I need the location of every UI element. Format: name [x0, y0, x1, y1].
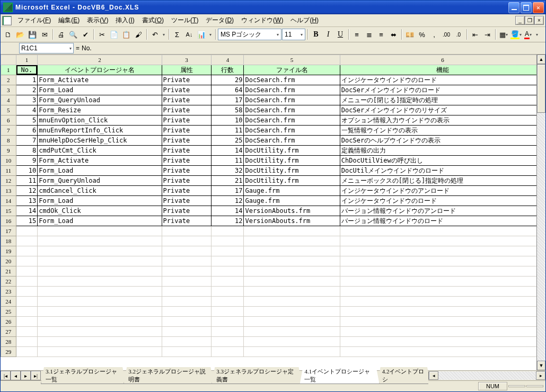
- table-row[interactable]: 1312cmdCancel_ClickPrivate17Gauge.frmインジ…: [1, 186, 545, 196]
- cell[interactable]: [244, 246, 340, 256]
- cell[interactable]: 4: [16, 105, 38, 115]
- align-left-button[interactable]: ≡: [351, 29, 363, 40]
- cell[interactable]: [212, 287, 244, 297]
- row-header[interactable]: 3: [1, 85, 16, 95]
- cell[interactable]: [340, 287, 545, 297]
- table-row[interactable]: 1615Form_LoadPrivate12VersionAbouts.frmバ…: [1, 216, 545, 226]
- decrease-indent-button[interactable]: ⇤: [469, 29, 481, 40]
- cell[interactable]: Form_QueryUnload: [38, 176, 162, 186]
- cell[interactable]: [38, 347, 162, 357]
- cell[interactable]: [38, 287, 162, 297]
- cell[interactable]: 11: [212, 126, 244, 136]
- font-name-select[interactable]: MS Pゴシック ▾: [218, 29, 281, 40]
- row-header[interactable]: 26: [1, 317, 16, 327]
- minimize-button[interactable]: [508, 2, 519, 13]
- cell[interactable]: DocSerメインウインドウのリサイズ: [340, 105, 545, 115]
- cell[interactable]: [212, 337, 244, 347]
- cell[interactable]: [162, 246, 212, 256]
- cell[interactable]: [16, 236, 38, 246]
- cell[interactable]: Private: [162, 75, 212, 85]
- cell[interactable]: 8: [16, 146, 38, 156]
- row-header[interactable]: 22: [1, 277, 16, 287]
- cell[interactable]: 25: [212, 136, 244, 146]
- table-row[interactable]: 28: [1, 337, 545, 347]
- cell[interactable]: [162, 347, 212, 357]
- cell[interactable]: [244, 347, 340, 357]
- cell[interactable]: 17: [212, 95, 244, 105]
- decrease-decimal-button[interactable]: .0: [453, 29, 464, 40]
- cell[interactable]: ChDocUtilViewの呼び出し: [340, 156, 545, 166]
- cell[interactable]: [212, 256, 244, 266]
- cell[interactable]: Private: [162, 186, 212, 196]
- scroll-track[interactable]: [537, 113, 545, 361]
- fill-color-button[interactable]: 🪣▾: [510, 29, 522, 40]
- cell[interactable]: DocUtility.frm: [244, 176, 340, 186]
- cell[interactable]: cmdOk_Click: [38, 206, 162, 216]
- table-row[interactable]: 21Form_ActivatePrivate29DocSearch.frmインジ…: [1, 75, 545, 85]
- cell[interactable]: [162, 266, 212, 277]
- row-header[interactable]: 2: [1, 75, 16, 85]
- cell[interactable]: 行数: [212, 65, 244, 75]
- menu-format[interactable]: 書式(O): [138, 14, 168, 26]
- cell[interactable]: Form_Load: [38, 216, 162, 226]
- font-color-button[interactable]: A▾: [522, 29, 534, 40]
- cell[interactable]: DocSearch.frm: [244, 95, 340, 105]
- percent-button[interactable]: %: [416, 29, 428, 40]
- table-row[interactable]: 25: [1, 307, 545, 317]
- horizontal-scrollbar[interactable]: ◂ ▸: [428, 371, 545, 380]
- cell[interactable]: [244, 337, 340, 347]
- cell[interactable]: [38, 337, 162, 347]
- cell[interactable]: メニューボックスの[閉じる]指定時の処理: [340, 176, 545, 186]
- cell[interactable]: [340, 327, 545, 337]
- cell[interactable]: [16, 347, 38, 357]
- cell[interactable]: [162, 337, 212, 347]
- cell[interactable]: Private: [162, 206, 212, 216]
- cell[interactable]: メニューの[閉じる]指定時の処理: [340, 95, 545, 105]
- cell[interactable]: [244, 327, 340, 337]
- scroll-left-button[interactable]: ◂: [429, 371, 438, 380]
- cell[interactable]: [162, 226, 212, 236]
- cell[interactable]: 15: [16, 216, 38, 226]
- comma-button[interactable]: ,: [428, 29, 440, 40]
- table-row[interactable]: 20: [1, 256, 545, 266]
- tab-nav-prev[interactable]: ◂: [11, 371, 21, 380]
- open-icon[interactable]: 📂: [14, 29, 26, 40]
- table-row[interactable]: 1110Form_LoadPrivate32DocUtility.frmDocU…: [1, 166, 545, 176]
- cell[interactable]: [244, 317, 340, 327]
- table-row[interactable]: 24: [1, 297, 545, 307]
- vertical-scrollbar[interactable]: ▲ ▼: [536, 55, 545, 370]
- scroll-up-button[interactable]: ▲: [537, 55, 545, 64]
- cell[interactable]: Private: [162, 95, 212, 105]
- cell[interactable]: VersionAbouts.frm: [244, 206, 340, 216]
- cell[interactable]: [16, 327, 38, 337]
- row-header[interactable]: 5: [1, 105, 16, 115]
- cell[interactable]: [244, 236, 340, 246]
- cell[interactable]: オプション情報入力ウインドウの表示: [340, 115, 545, 126]
- cell[interactable]: 5: [16, 115, 38, 126]
- menu-tools[interactable]: ツール(T): [168, 14, 202, 26]
- cell[interactable]: [212, 236, 244, 246]
- cell[interactable]: [340, 256, 545, 266]
- align-center-button[interactable]: ≣: [363, 29, 375, 40]
- print-icon[interactable]: 🖨: [55, 29, 67, 40]
- undo-dropdown[interactable]: ▾: [161, 29, 166, 40]
- cell[interactable]: Form_QueryUnload: [38, 95, 162, 105]
- cut-icon[interactable]: ✂: [96, 29, 108, 40]
- borders-button[interactable]: ▦▾: [498, 29, 509, 40]
- cell[interactable]: [38, 277, 162, 287]
- cell[interactable]: 21: [212, 176, 244, 186]
- select-all-corner[interactable]: [1, 55, 16, 65]
- cell[interactable]: [16, 307, 38, 317]
- sheet-tab[interactable]: 3.2ジェネラルプロシージャ説明書: [124, 367, 214, 384]
- cell[interactable]: 11: [16, 176, 38, 186]
- cell[interactable]: 64: [212, 85, 244, 95]
- cell[interactable]: [340, 317, 545, 327]
- cell[interactable]: DocSerのヘルプウインドウの表示: [340, 136, 545, 146]
- cell[interactable]: バージョン情報ウインドウのアンロード: [340, 206, 545, 216]
- row-header[interactable]: 10: [1, 156, 16, 166]
- column-headers[interactable]: 1 2 3 4 5 6: [1, 55, 545, 65]
- cell[interactable]: 定義情報の出力: [340, 146, 545, 156]
- maximize-button[interactable]: [521, 2, 532, 13]
- row-header[interactable]: 11: [1, 166, 16, 176]
- cell[interactable]: No.: [16, 65, 38, 75]
